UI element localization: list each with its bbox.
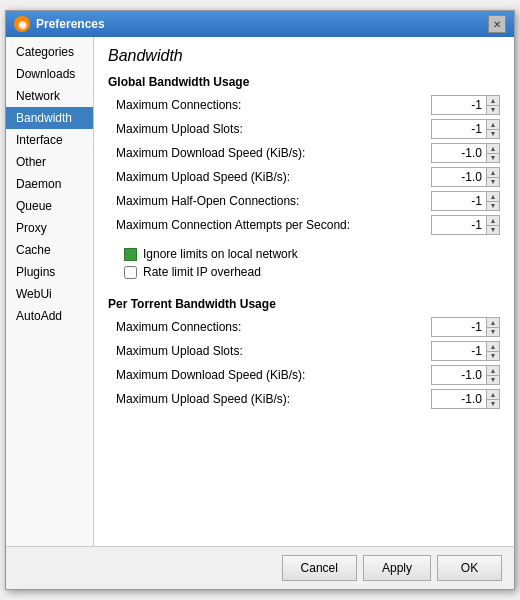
global-max-half-open-up[interactable]: ▲ — [487, 192, 499, 202]
sidebar-item-queue[interactable]: Queue — [6, 195, 93, 217]
rate-limit-ip-overhead-checkbox[interactable] — [124, 266, 137, 279]
global-max-half-open-input[interactable] — [431, 191, 486, 211]
title-bar: ◉ Preferences ✕ — [6, 11, 514, 37]
torrent-max-download-speed-spinner[interactable]: ▲ ▼ — [431, 365, 500, 385]
global-max-conn-attempts-input[interactable] — [431, 215, 486, 235]
sidebar-item-plugins[interactable]: Plugins — [6, 261, 93, 283]
window-body: Categories Downloads Network Bandwidth I… — [6, 37, 514, 546]
sidebar-item-bandwidth[interactable]: Bandwidth — [6, 107, 93, 129]
torrent-max-upload-slots-spinner[interactable]: ▲ ▼ — [431, 341, 500, 361]
sidebar-item-categories[interactable]: Categories — [6, 41, 93, 63]
global-max-upload-slots-spinner[interactable]: ▲ ▼ — [431, 119, 500, 139]
torrent-max-upload-speed-up[interactable]: ▲ — [487, 390, 499, 400]
sidebar-item-webui[interactable]: WebUi — [6, 283, 93, 305]
global-max-upload-slots-label: Maximum Upload Slots: — [116, 122, 431, 136]
sidebar-item-daemon[interactable]: Daemon — [6, 173, 93, 195]
global-max-download-speed-spinner[interactable]: ▲ ▼ — [431, 143, 500, 163]
rate-limit-ip-overhead-label: Rate limit IP overhead — [143, 265, 261, 279]
torrent-max-download-speed-label: Maximum Download Speed (KiB/s): — [116, 368, 431, 382]
torrent-max-upload-speed-label: Maximum Upload Speed (KiB/s): — [116, 392, 431, 406]
torrent-max-connections-input[interactable] — [431, 317, 486, 337]
torrent-max-connections-row: Maximum Connections: ▲ ▼ — [108, 317, 500, 337]
content-area: Bandwidth Global Bandwidth Usage Maximum… — [94, 37, 514, 546]
torrent-max-connections-up[interactable]: ▲ — [487, 318, 499, 328]
torrent-max-upload-slots-up[interactable]: ▲ — [487, 342, 499, 352]
torrent-max-connections-down[interactable]: ▼ — [487, 328, 499, 337]
global-max-connections-spinner[interactable]: ▲ ▼ — [431, 95, 500, 115]
global-max-download-speed-row: Maximum Download Speed (KiB/s): ▲ ▼ — [108, 143, 500, 163]
torrent-max-download-speed-down[interactable]: ▼ — [487, 376, 499, 385]
ignore-local-limits-row: Ignore limits on local network — [108, 247, 500, 261]
torrent-max-upload-speed-down[interactable]: ▼ — [487, 400, 499, 409]
global-max-conn-attempts-up[interactable]: ▲ — [487, 216, 499, 226]
sidebar-item-other[interactable]: Other — [6, 151, 93, 173]
rate-limit-ip-overhead-row: Rate limit IP overhead — [108, 265, 500, 279]
footer: Cancel Apply OK — [6, 546, 514, 589]
global-max-upload-slots-down[interactable]: ▼ — [487, 130, 499, 139]
global-max-upload-speed-spinner[interactable]: ▲ ▼ — [431, 167, 500, 187]
ignore-local-limits-checkbox-green[interactable] — [124, 248, 137, 261]
global-max-upload-speed-input[interactable] — [431, 167, 486, 187]
torrent-max-upload-speed-input[interactable] — [431, 389, 486, 409]
sidebar-item-downloads[interactable]: Downloads — [6, 63, 93, 85]
global-max-connections-label: Maximum Connections: — [116, 98, 431, 112]
global-max-half-open-spinner[interactable]: ▲ ▼ — [431, 191, 500, 211]
torrent-max-upload-speed-spinner[interactable]: ▲ ▼ — [431, 389, 500, 409]
global-max-download-speed-input[interactable] — [431, 143, 486, 163]
global-max-conn-attempts-down[interactable]: ▼ — [487, 226, 499, 235]
global-max-upload-slots-row: Maximum Upload Slots: ▲ ▼ — [108, 119, 500, 139]
global-max-upload-speed-down[interactable]: ▼ — [487, 178, 499, 187]
sidebar-item-cache[interactable]: Cache — [6, 239, 93, 261]
global-max-upload-slots-input[interactable] — [431, 119, 486, 139]
global-max-upload-slots-up[interactable]: ▲ — [487, 120, 499, 130]
sidebar-item-proxy[interactable]: Proxy — [6, 217, 93, 239]
global-max-half-open-down[interactable]: ▼ — [487, 202, 499, 211]
global-max-connections-down[interactable]: ▼ — [487, 106, 499, 115]
global-max-connections-input[interactable] — [431, 95, 486, 115]
torrent-max-upload-slots-input[interactable] — [431, 341, 486, 361]
page-title: Bandwidth — [108, 47, 500, 65]
torrent-max-upload-slots-label: Maximum Upload Slots: — [116, 344, 431, 358]
global-max-download-speed-up[interactable]: ▲ — [487, 144, 499, 154]
global-max-conn-attempts-row: Maximum Connection Attempts per Second: … — [108, 215, 500, 235]
sidebar-item-autoadd[interactable]: AutoAdd — [6, 305, 93, 327]
per-torrent-section-title: Per Torrent Bandwidth Usage — [108, 297, 500, 311]
global-max-upload-speed-label: Maximum Upload Speed (KiB/s): — [116, 170, 431, 184]
torrent-max-upload-speed-row: Maximum Upload Speed (KiB/s): ▲ ▼ — [108, 389, 500, 409]
global-max-half-open-row: Maximum Half-Open Connections: ▲ ▼ — [108, 191, 500, 211]
torrent-max-download-speed-row: Maximum Download Speed (KiB/s): ▲ ▼ — [108, 365, 500, 385]
global-max-conn-attempts-label: Maximum Connection Attempts per Second: — [116, 218, 431, 232]
global-max-connections-row: Maximum Connections: ▲ ▼ — [108, 95, 500, 115]
window-title: Preferences — [36, 17, 105, 31]
apply-button[interactable]: Apply — [363, 555, 431, 581]
global-max-upload-speed-up[interactable]: ▲ — [487, 168, 499, 178]
app-icon: ◉ — [14, 16, 30, 32]
ok-button[interactable]: OK — [437, 555, 502, 581]
sidebar-item-interface[interactable]: Interface — [6, 129, 93, 151]
sidebar: Categories Downloads Network Bandwidth I… — [6, 37, 94, 546]
sidebar-item-network[interactable]: Network — [6, 85, 93, 107]
cancel-button[interactable]: Cancel — [282, 555, 357, 581]
torrent-max-upload-slots-down[interactable]: ▼ — [487, 352, 499, 361]
torrent-max-upload-slots-row: Maximum Upload Slots: ▲ ▼ — [108, 341, 500, 361]
ignore-local-limits-label: Ignore limits on local network — [143, 247, 298, 261]
global-max-conn-attempts-spinner[interactable]: ▲ ▼ — [431, 215, 500, 235]
global-section-title: Global Bandwidth Usage — [108, 75, 500, 89]
global-max-upload-speed-row: Maximum Upload Speed (KiB/s): ▲ ▼ — [108, 167, 500, 187]
torrent-max-connections-label: Maximum Connections: — [116, 320, 431, 334]
global-max-download-speed-down[interactable]: ▼ — [487, 154, 499, 163]
torrent-max-download-speed-up[interactable]: ▲ — [487, 366, 499, 376]
torrent-max-download-speed-input[interactable] — [431, 365, 486, 385]
global-max-connections-up[interactable]: ▲ — [487, 96, 499, 106]
close-button[interactable]: ✕ — [488, 15, 506, 33]
global-max-half-open-label: Maximum Half-Open Connections: — [116, 194, 431, 208]
torrent-max-connections-spinner[interactable]: ▲ ▼ — [431, 317, 500, 337]
preferences-window: ◉ Preferences ✕ Categories Downloads Net… — [5, 10, 515, 590]
global-max-download-speed-label: Maximum Download Speed (KiB/s): — [116, 146, 431, 160]
